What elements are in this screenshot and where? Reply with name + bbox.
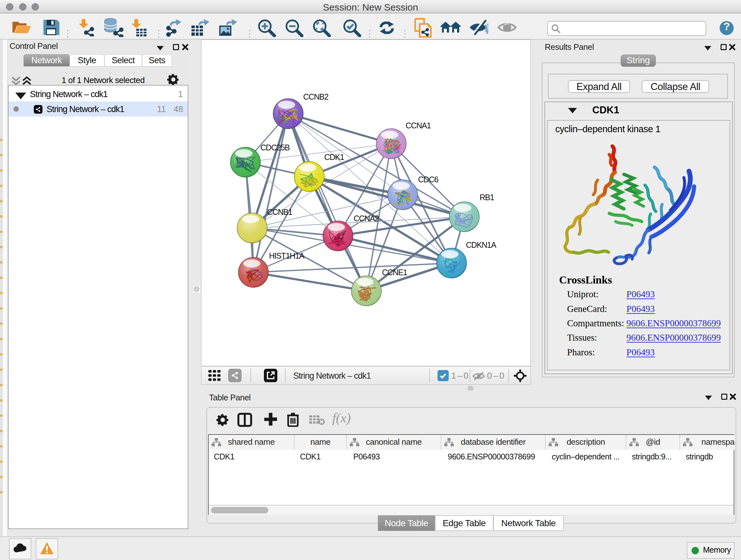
svg-text:CCNB2: CCNB2 [303, 92, 328, 101]
svg-text:CDC25B: CDC25B [260, 143, 290, 152]
svg-text:CDKN1A: CDKN1A [466, 240, 496, 249]
svg-text:RB1: RB1 [480, 193, 494, 202]
svg-text:CCNA1: CCNA1 [406, 121, 431, 130]
svg-text:CCNB1: CCNB1 [267, 207, 292, 216]
svg-text:CCNE1: CCNE1 [382, 268, 407, 277]
svg-text:CDK1: CDK1 [324, 152, 344, 162]
svg-text:CDC6: CDC6 [418, 175, 439, 184]
svg-text:CCNA2: CCNA2 [354, 214, 379, 223]
svg-text:HIST1H1A: HIST1H1A [269, 251, 305, 260]
